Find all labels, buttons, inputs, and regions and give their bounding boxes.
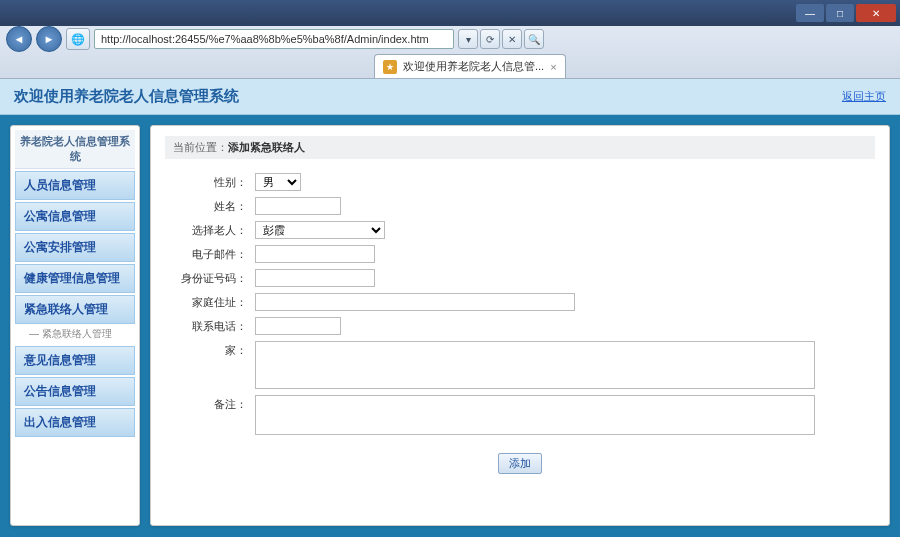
sidebar-item-opinion[interactable]: 意见信息管理 [15, 346, 135, 375]
label-address: 家庭住址： [165, 295, 255, 310]
sidebar-item-notice[interactable]: 公告信息管理 [15, 377, 135, 406]
label-relation: 家： [165, 341, 255, 358]
label-remark: 备注： [165, 395, 255, 412]
sidebar-item-emergency-contact[interactable]: 紧急联络人管理 [15, 295, 135, 324]
page-body: 欢迎使用养老院老人信息管理系统 返回主页 养老院老人信息管理系统 人员信息管理 … [0, 79, 900, 537]
select-elder[interactable]: 彭霞 [255, 221, 385, 239]
input-address[interactable] [255, 293, 575, 311]
input-email[interactable] [255, 245, 375, 263]
url-input[interactable] [94, 29, 454, 49]
browser-tab[interactable]: ★ 欢迎使用养老院老人信息管... × [374, 54, 566, 78]
sidebar-item-access[interactable]: 出入信息管理 [15, 408, 135, 437]
nav-back-button[interactable]: ◄ [6, 26, 32, 52]
search-button[interactable]: 🔍 [524, 29, 544, 49]
sidebar-item-health[interactable]: 健康管理信息管理 [15, 264, 135, 293]
sidebar-item-apartment-arrange[interactable]: 公寓安排管理 [15, 233, 135, 262]
input-phone[interactable] [255, 317, 341, 335]
sidebar: 养老院老人信息管理系统 人员信息管理 公寓信息管理 公寓安排管理 健康管理信息管… [10, 125, 140, 526]
breadcrumb-label: 当前位置： [173, 141, 228, 153]
window-close-button[interactable]: ✕ [856, 4, 896, 22]
label-name: 姓名： [165, 199, 255, 214]
sidebar-subitem-emergency-contact[interactable]: — 紧急联络人管理 [15, 324, 135, 344]
stop-button[interactable]: ✕ [502, 29, 522, 49]
sidebar-title: 养老院老人信息管理系统 [15, 130, 135, 169]
app-title: 欢迎使用养老院老人信息管理系统 [14, 87, 239, 106]
dropdown-icon[interactable]: ▾ [458, 29, 478, 49]
address-bar: ◄ ► 🌐 ▾ ⟳ ✕ 🔍 [0, 26, 900, 52]
breadcrumb: 当前位置：添加紧急联络人 [165, 136, 875, 159]
main-panel: 当前位置：添加紧急联络人 性别： 男 姓名： 选择老人： 彭霞 电子邮件： 身份… [150, 125, 890, 526]
submit-button[interactable]: 添加 [498, 453, 542, 474]
tab-bar: ★ 欢迎使用养老院老人信息管... × [0, 52, 900, 78]
label-gender: 性别： [165, 175, 255, 190]
tab-title: 欢迎使用养老院老人信息管... [403, 59, 544, 74]
label-phone: 联系电话： [165, 319, 255, 334]
home-link[interactable]: 返回主页 [842, 89, 886, 104]
sidebar-item-apartment-info[interactable]: 公寓信息管理 [15, 202, 135, 231]
textarea-remark[interactable] [255, 395, 815, 435]
select-gender[interactable]: 男 [255, 173, 301, 191]
sidebar-item-personnel[interactable]: 人员信息管理 [15, 171, 135, 200]
label-elder: 选择老人： [165, 223, 255, 238]
tab-close-button[interactable]: × [550, 61, 556, 73]
window-titlebar: — □ ✕ [0, 0, 900, 26]
favicon-icon: ★ [383, 60, 397, 74]
input-idcard[interactable] [255, 269, 375, 287]
label-idcard: 身份证号码： [165, 271, 255, 286]
input-name[interactable] [255, 197, 341, 215]
window-minimize-button[interactable]: — [796, 4, 824, 22]
textarea-relation[interactable] [255, 341, 815, 389]
window-maximize-button[interactable]: □ [826, 4, 854, 22]
label-email: 电子邮件： [165, 247, 255, 262]
globe-icon: 🌐 [66, 28, 90, 50]
nav-forward-button[interactable]: ► [36, 26, 62, 52]
app-header: 欢迎使用养老院老人信息管理系统 返回主页 [0, 79, 900, 115]
refresh-button[interactable]: ⟳ [480, 29, 500, 49]
breadcrumb-current: 添加紧急联络人 [228, 141, 305, 153]
